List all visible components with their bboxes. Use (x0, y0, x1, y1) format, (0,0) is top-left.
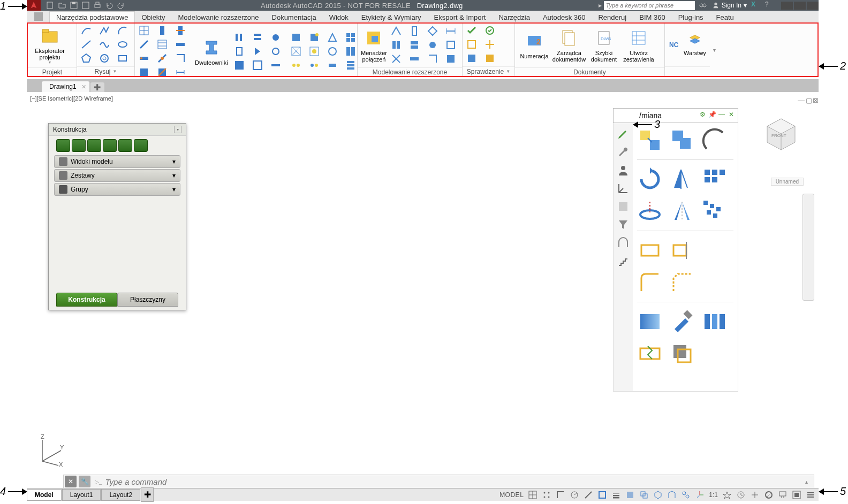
obj-t6-icon[interactable] (270, 45, 282, 57)
rectangle-icon[interactable] (117, 52, 128, 64)
mod-11-icon[interactable] (427, 53, 438, 65)
selection-cycling-icon[interactable] (639, 490, 649, 500)
annotation-monitor-icon[interactable] (750, 490, 760, 500)
command-input[interactable] (105, 477, 805, 486)
mod-6-icon[interactable] (408, 39, 420, 51)
palette-tab-plaszczyzny[interactable]: Płaszczyzny (117, 293, 178, 307)
ribbon-tab-obiekty[interactable]: Obiekty (135, 12, 171, 22)
isolate-objects-icon[interactable] (764, 490, 774, 500)
surface-icon[interactable] (617, 200, 630, 213)
obj-col2-icon[interactable] (175, 25, 186, 36)
annotation-scale[interactable]: 1:1 (709, 491, 718, 499)
pencil-icon[interactable] (617, 127, 630, 140)
redo-icon[interactable] (117, 1, 125, 10)
obj-plate2-icon[interactable] (156, 66, 168, 78)
ellipse-icon[interactable] (117, 39, 128, 50)
signin-button[interactable]: Sign In ▾ (712, 2, 747, 9)
polygon-icon[interactable] (80, 52, 92, 64)
arch-icon[interactable] (617, 236, 630, 249)
maximize-button[interactable] (794, 2, 806, 10)
szybki-dok-button[interactable]: DWG Szybki dokument (588, 25, 620, 66)
file-tab-drawing1[interactable]: Drawing1✕ (42, 81, 89, 92)
ribbon-tab-etykiety-wymiary[interactable]: Etykiety & Wymiary (355, 12, 428, 22)
help-search-field[interactable] (604, 1, 695, 10)
dwuteowniki-button[interactable]: Dwuteowniki (195, 31, 228, 73)
application-menu-button[interactable] (27, 0, 41, 11)
obj-b9-icon[interactable] (290, 59, 302, 71)
command-line[interactable]: ✕ 🔧 ▷_ ▴ (63, 475, 814, 488)
tool-move-icon[interactable] (637, 127, 663, 153)
spr-4-icon[interactable] (484, 39, 496, 50)
person-icon[interactable] (617, 164, 630, 177)
clean-screen-icon[interactable] (792, 490, 801, 500)
tool-gradient-icon[interactable] (637, 309, 663, 334)
obj-t8-icon[interactable] (252, 59, 263, 71)
line2-icon[interactable] (80, 39, 92, 50)
dyn-ucs-icon[interactable] (667, 490, 677, 500)
arc-icon[interactable] (117, 25, 128, 36)
accordion-grupy[interactable]: Grupy▾ (54, 183, 180, 196)
close-button[interactable] (807, 2, 819, 10)
obj-b12-icon[interactable] (345, 59, 357, 71)
status-model-label[interactable]: MODEL (499, 491, 524, 499)
wrench-icon[interactable] (617, 146, 630, 158)
spr-1-icon[interactable] (466, 25, 478, 36)
customize-icon[interactable] (806, 490, 815, 500)
tool-mirror-icon[interactable] (669, 166, 695, 192)
tool-mirror3d-icon[interactable] (669, 198, 695, 224)
gizmo-icon[interactable] (695, 490, 705, 500)
obj-t2-icon[interactable] (252, 32, 263, 43)
obj-t1-icon[interactable] (233, 32, 245, 43)
tool-array-icon[interactable] (701, 166, 727, 192)
palette-close-icon[interactable]: ▫ (174, 126, 181, 133)
cmdline-customize-icon[interactable]: 🔧 (79, 476, 90, 487)
minimize-button[interactable] (781, 2, 793, 10)
layout-tab-layout1[interactable]: Layout1 (62, 489, 101, 501)
ribbon-tab-widok[interactable]: Widok (323, 12, 355, 22)
obj-diag2-icon[interactable] (156, 52, 168, 64)
palette-tool-1[interactable] (56, 139, 70, 152)
obj-b11-icon[interactable] (327, 59, 338, 71)
mod-10-icon[interactable] (408, 53, 420, 65)
layout-tab-layout2[interactable]: Layout2 (101, 489, 140, 501)
tool-copy-icon[interactable] (669, 127, 695, 153)
utworz-zestawienia-button[interactable]: Utwórz zestawienia (621, 25, 656, 66)
nc-icon[interactable]: NC (668, 39, 680, 50)
tool-stretch-icon[interactable] (637, 238, 663, 263)
palette-tool-3[interactable] (87, 139, 101, 152)
menadzer-polaczen-button[interactable]: Menadżer połączeń (361, 25, 387, 66)
ribbon-expand-icon[interactable]: ▾ (710, 24, 718, 76)
viewport-close-icon[interactable]: ⊠ (813, 96, 819, 104)
viewport-label[interactable]: [−][SE Isometric][2D Wireframe] (30, 95, 113, 102)
obj-col-icon[interactable] (156, 25, 168, 36)
mod-4-icon[interactable] (445, 25, 457, 37)
ribbon-tab-narzedzia-podstawowe[interactable]: Narzędzia podstawowe (49, 11, 135, 22)
palette-settings-icon[interactable]: ⚙ (699, 111, 706, 118)
tool-arc-icon[interactable] (701, 127, 727, 153)
mod-9-icon[interactable] (390, 53, 402, 65)
ribbon-tab-eksport-import[interactable]: Eksport & Import (428, 12, 493, 22)
obj-t5-icon[interactable] (252, 45, 263, 57)
snap-toggle-icon[interactable] (542, 490, 551, 500)
obj-b5-icon[interactable] (290, 45, 302, 57)
numeracja-button[interactable]: 2 Numeracja (518, 25, 550, 66)
palette-tab-konstrukcja[interactable]: Konstrukcja (56, 293, 117, 307)
obj-t9-icon[interactable] (270, 59, 282, 71)
obj-t4-icon[interactable] (233, 45, 245, 57)
navigation-bar[interactable] (802, 194, 814, 301)
tool-array3d-icon[interactable] (701, 198, 727, 224)
obj-beam2-icon[interactable] (138, 52, 150, 64)
transparency-icon[interactable] (625, 490, 635, 500)
obj-grid3-icon[interactable] (175, 52, 186, 64)
tool-rotate3d-icon[interactable] (637, 198, 663, 224)
save-icon[interactable] (70, 1, 78, 10)
mod-12-icon[interactable] (445, 53, 457, 65)
mod-8-icon[interactable] (445, 39, 457, 51)
layout-tab-new[interactable]: ✚ (141, 487, 154, 502)
mod-7-icon[interactable] (427, 39, 438, 51)
workspace-switch-icon2[interactable] (736, 490, 746, 500)
obj-b6-icon[interactable] (308, 45, 320, 57)
palette-close-icon[interactable]: ✕ (728, 111, 735, 118)
undo-icon[interactable] (105, 1, 113, 10)
obj-grid-icon[interactable] (138, 25, 150, 36)
